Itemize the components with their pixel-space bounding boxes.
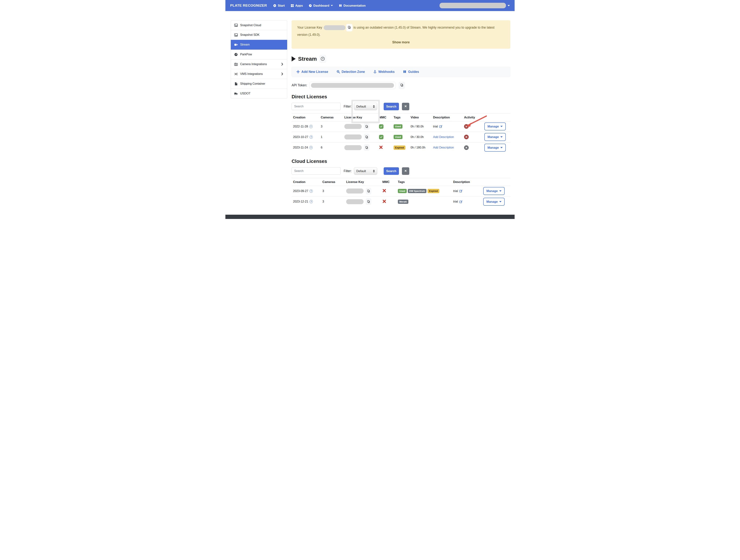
grid-icon (291, 4, 294, 7)
filter-select[interactable]: Default (354, 167, 377, 175)
chevron-down-icon (500, 147, 502, 148)
toolbar-link-add-new-license[interactable]: Add New License (296, 70, 328, 74)
copy-button[interactable] (366, 198, 371, 205)
nav-item-apps[interactable]: Apps (291, 4, 303, 7)
sidebar-item-label: Camera Integrations (240, 63, 267, 66)
api-token-row: API Token: (292, 82, 511, 89)
manage-button[interactable]: Manage (484, 122, 506, 130)
sidebar-item-parkpow[interactable]: ParkPow (231, 50, 287, 60)
toolbar-link-webhooks[interactable]: Webhooks (373, 70, 394, 74)
search-button[interactable]: Search (384, 103, 399, 110)
page-title: Stream (298, 56, 317, 62)
manage-cell: Manage (483, 122, 511, 130)
sidebar-item-snapshot-sdk[interactable]: Snapshot SDK (231, 30, 287, 40)
column-header: Cameras (319, 116, 343, 119)
nav-item-start[interactable]: Start (273, 4, 285, 7)
toolbar-link-detection-zone[interactable]: Detection Zone (337, 70, 365, 74)
question-circle-icon[interactable]: ? (309, 200, 313, 203)
page-header: Stream ? (292, 55, 511, 63)
copy-icon (400, 84, 403, 87)
description-cell: trial (432, 125, 463, 128)
table-row: 2023-12-21?3MerakitrialManage (292, 196, 511, 207)
sidebar-item-vms-integrations[interactable]: VMS Integrations (231, 69, 287, 79)
navbar-menu: StartAppsDashboardDocumentation (273, 4, 366, 7)
cameras-count: 3 (322, 200, 324, 203)
tags-cell: Used (392, 124, 409, 128)
sidebar-item-shipping-container[interactable]: Shipping Container (231, 79, 287, 89)
copy-button[interactable] (364, 123, 369, 130)
help-button[interactable]: ? (319, 55, 326, 63)
description-text: trial (453, 200, 458, 203)
search-input[interactable] (292, 167, 341, 175)
description-text: trial (453, 189, 458, 193)
sidebar-item-stream[interactable]: Stream (231, 40, 287, 50)
activity-status-icon (464, 135, 469, 139)
copy-button[interactable] (346, 24, 353, 31)
tags-cell: Meraki (396, 200, 452, 204)
book-icon (403, 70, 406, 73)
video-cell: 0h / 90.0h (409, 125, 432, 128)
filter-label: Filter: (344, 105, 352, 108)
cameras-cell: 3 (321, 189, 345, 193)
cloud-licenses-table: CreationCamerasLicense KeyMMCTagsDescrip… (292, 178, 511, 207)
sidebar-item-usdot[interactable]: USDOT (231, 89, 287, 98)
copy-button[interactable] (364, 134, 369, 141)
manage-button[interactable]: Manage (483, 198, 504, 206)
sidebar-item-label: USDOT (240, 92, 251, 95)
manage-button[interactable]: Manage (483, 187, 504, 195)
creation-date: 2023-09-27 (293, 189, 308, 193)
clear-search-button[interactable] (402, 103, 409, 110)
sidebar-item-label: VMS Integrations (240, 72, 263, 76)
add-description-link[interactable]: Add Description (433, 135, 454, 139)
user-menu[interactable] (440, 3, 510, 8)
brand-logo[interactable]: PLATE RECOGNIZER (230, 3, 267, 8)
direct-controls: Filter: Default Search (292, 103, 511, 110)
nav-item-label: Start (278, 4, 285, 7)
sidebar-item-label: ParkPow (240, 53, 252, 56)
filter-select[interactable]: Default (354, 103, 377, 110)
copy-button[interactable] (366, 188, 371, 194)
toolbar-link-guides[interactable]: Guides (403, 70, 419, 74)
question-circle-icon[interactable]: ? (309, 125, 313, 128)
manage-button[interactable]: Manage (484, 144, 506, 152)
copy-icon (365, 135, 368, 138)
clear-search-button[interactable] (402, 167, 409, 175)
question-circle-icon[interactable]: ? (309, 135, 313, 139)
sidebar-item-snapshot-cloud[interactable]: Snapshot Cloud (231, 20, 287, 30)
nav-item-documentation[interactable]: Documentation (339, 4, 366, 7)
edit-icon (439, 125, 442, 128)
edit-description-button[interactable] (459, 200, 462, 203)
gauge-icon (234, 53, 238, 56)
activity-cell (463, 135, 483, 139)
x-icon (404, 105, 407, 108)
copy-icon (348, 26, 351, 29)
manage-cell: Manage (482, 198, 511, 206)
add-description-link[interactable]: Add Description (433, 146, 454, 149)
truck-icon (234, 92, 238, 95)
question-circle-icon[interactable]: ? (309, 146, 313, 149)
edit-description-button[interactable] (459, 189, 462, 193)
api-token-value-redacted (309, 82, 396, 89)
search-input[interactable] (292, 103, 341, 110)
cameras-count: 3 (321, 125, 322, 128)
video-camera-icon (234, 43, 238, 46)
edit-description-button[interactable] (439, 125, 442, 128)
question-circle-icon[interactable]: ? (309, 189, 313, 193)
sidebar-item-camera-integrations[interactable]: Camera Integrations (231, 60, 287, 69)
copy-button[interactable] (364, 144, 369, 151)
show-more-button[interactable]: Show more (297, 39, 505, 46)
table-header-row: CreationCamerasLicense KeyMMCTagsVideoDe… (292, 113, 511, 121)
manage-button[interactable]: Manage (484, 133, 506, 141)
x-icon (465, 125, 468, 128)
search-button[interactable]: Search (384, 167, 399, 175)
play-circle-icon (273, 4, 276, 7)
cameras-cell: 6 (319, 146, 343, 149)
banner-text-before: Your License Key (297, 26, 322, 29)
creation-date: 2022-11-28 (293, 125, 308, 128)
nav-item-dashboard[interactable]: Dashboard (309, 4, 333, 7)
image-icon (234, 23, 238, 27)
copy-button[interactable] (398, 82, 405, 89)
column-header: Cameras (321, 180, 345, 184)
question-circle-icon: ? (321, 57, 325, 61)
table-header-row: CreationCamerasLicense KeyMMCTagsDescrip… (292, 178, 511, 186)
